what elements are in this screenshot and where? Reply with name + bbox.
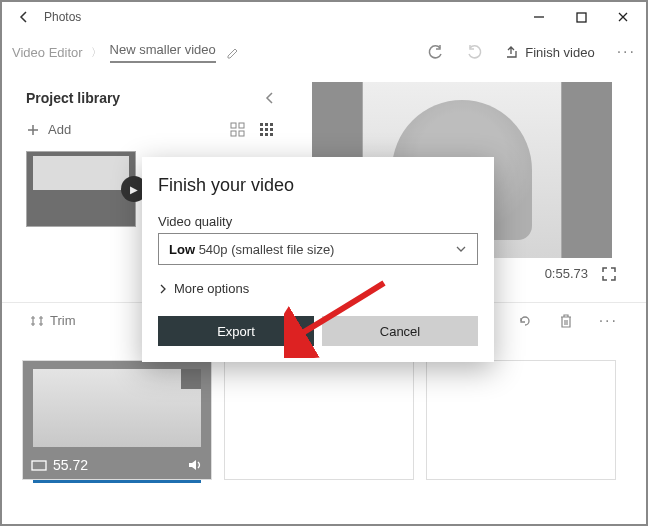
finish-video-dialog: Finish your video Video quality Low 540p… [142, 157, 494, 362]
more-options-label: More options [174, 281, 249, 296]
more-options-toggle[interactable]: More options [158, 281, 478, 296]
cancel-label: Cancel [380, 324, 420, 339]
video-quality-select[interactable]: Low 540p (smallest file size) [158, 233, 478, 265]
chevron-right-icon [158, 284, 168, 294]
export-label: Export [217, 324, 255, 339]
dialog-title: Finish your video [158, 175, 478, 196]
cancel-button[interactable]: Cancel [322, 316, 478, 346]
export-button[interactable]: Export [158, 316, 314, 346]
quality-label: Video quality [158, 214, 478, 229]
chevron-down-icon [455, 243, 467, 255]
